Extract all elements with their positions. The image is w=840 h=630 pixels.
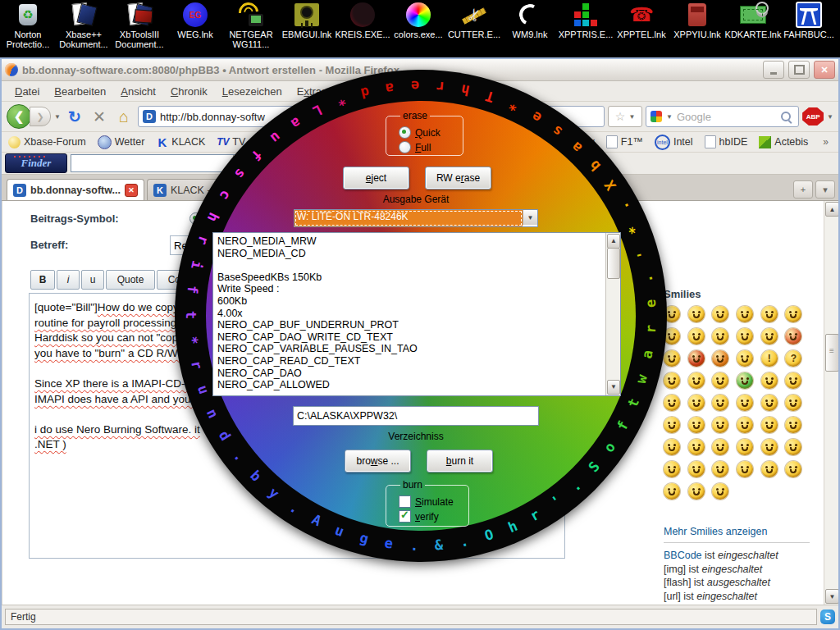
smiley-whistle[interactable] bbox=[688, 439, 705, 455]
reload-icon[interactable]: ↻ bbox=[64, 107, 85, 126]
smiley-wink[interactable] bbox=[712, 306, 728, 322]
format-button-i[interactable]: i bbox=[57, 270, 80, 290]
format-button-u[interactable]: u bbox=[81, 270, 104, 290]
smiley-plain[interactable] bbox=[761, 395, 778, 411]
listbox-scrollbar-thumb[interactable] bbox=[607, 248, 620, 279]
forward-button[interactable]: ❯ bbox=[30, 107, 51, 126]
smiley-geek[interactable] bbox=[761, 372, 778, 389]
back-button[interactable]: ❮ bbox=[7, 104, 31, 129]
rw-erase-button[interactable]: RW erase bbox=[425, 167, 491, 189]
tab-list-dropdown[interactable]: ▾ bbox=[815, 180, 835, 199]
radio-quick[interactable] bbox=[399, 126, 411, 139]
smiley-nerd[interactable] bbox=[737, 461, 753, 477]
radio-full[interactable] bbox=[399, 141, 411, 153]
checkbox-verify[interactable] bbox=[399, 510, 411, 523]
magnifier-icon[interactable] bbox=[781, 112, 791, 121]
smiley-glasses[interactable] bbox=[737, 417, 753, 433]
smiley-sleep[interactable] bbox=[712, 439, 728, 455]
smiley-violin[interactable] bbox=[688, 483, 705, 500]
minimize-button[interactable] bbox=[763, 61, 784, 79]
smiley-bee[interactable] bbox=[712, 483, 728, 500]
desktop-icon-kdkarte-shortcut[interactable]: KDKARTE.lnk bbox=[725, 2, 781, 56]
menu-ansicht[interactable]: Ansicht bbox=[114, 84, 162, 99]
device-dropdown-icon[interactable]: ▼ bbox=[523, 210, 537, 225]
smiley-stare[interactable] bbox=[785, 395, 801, 411]
smiley-laugh[interactable] bbox=[688, 395, 705, 411]
search-box[interactable]: ▼ Google bbox=[646, 106, 799, 127]
bookmark-hbide[interactable]: hbIDE bbox=[705, 135, 748, 148]
smiley-mmm[interactable] bbox=[737, 306, 753, 322]
finder-logo[interactable]: Finder bbox=[5, 153, 67, 173]
erase-radio-row-quick[interactable]: Quick bbox=[399, 126, 455, 139]
bbcode-link[interactable]: BBCode bbox=[664, 550, 702, 561]
directory-path-input[interactable] bbox=[293, 406, 539, 426]
search-engine-dropdown-icon[interactable]: ▼ bbox=[666, 113, 673, 121]
desktop-icon-netgear-wg111[interactable]: NETGEAR WG111... bbox=[223, 2, 279, 56]
browse-button[interactable]: browse ... bbox=[345, 450, 411, 472]
smiley-question[interactable]: ? bbox=[785, 350, 801, 367]
bookmark-wetter[interactable]: Wetter bbox=[98, 135, 145, 149]
smiley-cry[interactable] bbox=[785, 461, 801, 477]
smiley-shock[interactable] bbox=[761, 306, 778, 322]
smiley-evil[interactable] bbox=[688, 350, 705, 367]
smiley-sly[interactable] bbox=[688, 328, 705, 345]
smiley-clown[interactable] bbox=[761, 439, 778, 455]
smiley-wave[interactable] bbox=[785, 439, 801, 455]
tab-close-icon[interactable]: ✕ bbox=[125, 184, 138, 197]
desktop-icon-xbase-dokument[interactable]: Xbase++ Dokument... bbox=[56, 2, 112, 56]
smiley-tongue[interactable] bbox=[688, 417, 705, 433]
page-scrollbar[interactable]: ▲ ▼ bbox=[824, 201, 838, 605]
smiley-sick[interactable] bbox=[688, 461, 705, 477]
smiley-ugeek[interactable] bbox=[785, 372, 801, 389]
smiley-doh[interactable] bbox=[761, 461, 778, 477]
desktop-icon-norton-protection[interactable]: ♻Norton Protectio... bbox=[0, 2, 56, 56]
smiley-cool[interactable] bbox=[737, 395, 753, 411]
burn-it-button[interactable]: burn it bbox=[427, 450, 493, 472]
desktop-icon-weg-shortcut[interactable]: EGWEG.lnk bbox=[167, 2, 223, 56]
smiley-smirk[interactable] bbox=[712, 372, 728, 389]
desktop-icon-cutter-exe[interactable]: ✂CUTTER.E... bbox=[446, 2, 502, 56]
desktop-icon-xpptris-exe[interactable]: XPPTRIS.E... bbox=[558, 2, 614, 56]
listbox-scrollbar[interactable]: ▲ ▼ bbox=[605, 233, 620, 395]
smiley-oops[interactable] bbox=[761, 417, 778, 433]
desktop-icon-xppyiu-shortcut[interactable]: XPPYIU.lnk bbox=[669, 2, 725, 56]
tab-donnay-forum[interactable]: Dbb.donnay-softw...✕ bbox=[7, 179, 144, 200]
device-info-listbox[interactable]: NERO_MEDIA_MRWNERO_MEDIA_CD BaseSpeedKBs… bbox=[212, 232, 621, 396]
history-dropdown-icon[interactable]: ▼ bbox=[54, 113, 61, 121]
skype-icon[interactable]: S bbox=[820, 609, 835, 624]
listbox-scroll-down-icon[interactable]: ▼ bbox=[607, 380, 620, 395]
checkbox-simulate[interactable] bbox=[399, 495, 411, 508]
erase-radio-row-full[interactable]: Full bbox=[399, 141, 455, 153]
smiley-yawn[interactable] bbox=[712, 461, 728, 477]
smiley-redface[interactable] bbox=[785, 328, 801, 345]
desktop-icon-colors-exe[interactable]: colors.exe... bbox=[390, 2, 446, 56]
bookmark-actebis[interactable]: Actebis bbox=[759, 136, 808, 148]
eject-button[interactable]: eject bbox=[343, 167, 409, 189]
smiley-mrgreen[interactable] bbox=[737, 372, 753, 389]
smiley-thumbup[interactable] bbox=[737, 439, 753, 455]
listbox-scroll-up-icon[interactable]: ▲ bbox=[607, 234, 620, 249]
smiley-arrow[interactable] bbox=[688, 372, 705, 389]
smiley-eek[interactable] bbox=[785, 306, 801, 322]
smiley-lol[interactable] bbox=[712, 328, 728, 345]
smiley-razz[interactable] bbox=[761, 328, 778, 345]
desktop-icon-fahrbuch-shortcut[interactable]: FAHRBUC... bbox=[781, 2, 837, 56]
bookmark-xbase-forum[interactable]: Xbase-Forum bbox=[8, 136, 86, 148]
scroll-up-icon[interactable]: ▲ bbox=[825, 202, 838, 217]
home-icon[interactable]: ⌂ bbox=[113, 107, 135, 126]
scroll-down-icon[interactable]: ▼ bbox=[825, 589, 838, 604]
close-button[interactable]: ✕ bbox=[814, 61, 835, 79]
format-button-quote[interactable]: Quote bbox=[106, 270, 155, 290]
desktop-icon-xpptel-shortcut[interactable]: ☎XPPTEL.lnk bbox=[614, 2, 669, 56]
bookmarks-overflow-chevron[interactable]: » bbox=[819, 136, 832, 148]
smiley-grim[interactable] bbox=[737, 328, 753, 345]
menu-datei[interactable]: Datei bbox=[8, 84, 46, 99]
format-button-b[interactable]: B bbox=[30, 270, 55, 290]
desktop-icon-kreis-exe[interactable]: KREIS.EXE... bbox=[335, 2, 390, 56]
smiley-twisted[interactable] bbox=[712, 350, 728, 367]
abp-dropdown-icon[interactable]: ▼ bbox=[827, 113, 833, 121]
smiley-rolleyes[interactable] bbox=[737, 350, 753, 367]
maximize-button[interactable] bbox=[788, 61, 810, 79]
new-tab-button[interactable]: + bbox=[793, 180, 813, 199]
scrollbar-thumb[interactable] bbox=[825, 334, 838, 372]
